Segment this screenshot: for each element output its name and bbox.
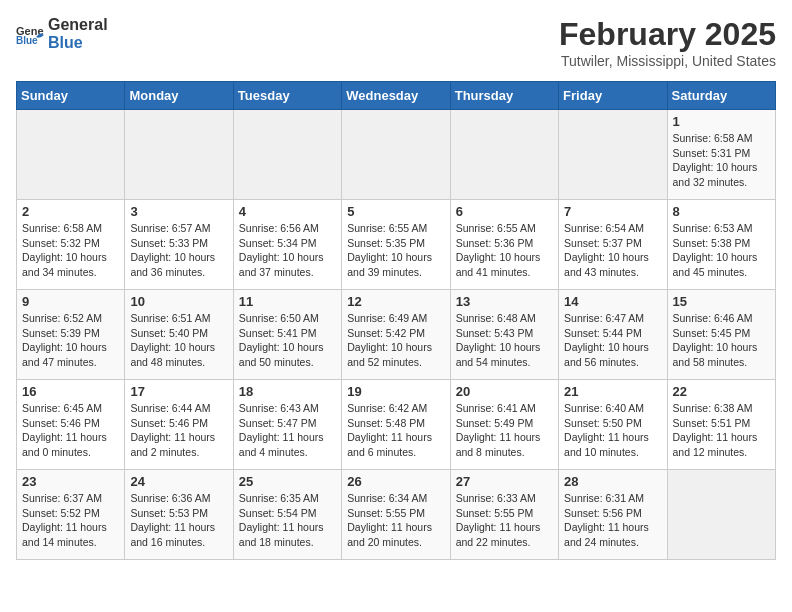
day-number: 13 <box>456 294 553 309</box>
day-info: Sunrise: 6:40 AM Sunset: 5:50 PM Dayligh… <box>564 401 661 460</box>
day-cell: 15Sunrise: 6:46 AM Sunset: 5:45 PM Dayli… <box>667 290 775 380</box>
day-number: 7 <box>564 204 661 219</box>
day-number: 19 <box>347 384 444 399</box>
day-number: 18 <box>239 384 336 399</box>
day-cell <box>667 470 775 560</box>
day-cell <box>17 110 125 200</box>
day-number: 9 <box>22 294 119 309</box>
day-info: Sunrise: 6:44 AM Sunset: 5:46 PM Dayligh… <box>130 401 227 460</box>
day-cell: 8Sunrise: 6:53 AM Sunset: 5:38 PM Daylig… <box>667 200 775 290</box>
day-info: Sunrise: 6:45 AM Sunset: 5:46 PM Dayligh… <box>22 401 119 460</box>
day-cell <box>125 110 233 200</box>
calendar-table: SundayMondayTuesdayWednesdayThursdayFrid… <box>16 81 776 560</box>
day-cell: 5Sunrise: 6:55 AM Sunset: 5:35 PM Daylig… <box>342 200 450 290</box>
weekday-header-monday: Monday <box>125 82 233 110</box>
day-number: 21 <box>564 384 661 399</box>
day-cell: 23Sunrise: 6:37 AM Sunset: 5:52 PM Dayli… <box>17 470 125 560</box>
week-row-3: 9Sunrise: 6:52 AM Sunset: 5:39 PM Daylig… <box>17 290 776 380</box>
day-cell <box>342 110 450 200</box>
day-info: Sunrise: 6:46 AM Sunset: 5:45 PM Dayligh… <box>673 311 770 370</box>
location-title: Tutwiler, Mississippi, United States <box>559 53 776 69</box>
day-info: Sunrise: 6:53 AM Sunset: 5:38 PM Dayligh… <box>673 221 770 280</box>
weekday-header-row: SundayMondayTuesdayWednesdayThursdayFrid… <box>17 82 776 110</box>
day-info: Sunrise: 6:55 AM Sunset: 5:36 PM Dayligh… <box>456 221 553 280</box>
day-number: 3 <box>130 204 227 219</box>
logo-general: General <box>48 16 108 34</box>
day-cell: 10Sunrise: 6:51 AM Sunset: 5:40 PM Dayli… <box>125 290 233 380</box>
day-number: 8 <box>673 204 770 219</box>
day-cell <box>450 110 558 200</box>
day-info: Sunrise: 6:43 AM Sunset: 5:47 PM Dayligh… <box>239 401 336 460</box>
day-cell <box>559 110 667 200</box>
day-number: 14 <box>564 294 661 309</box>
day-number: 11 <box>239 294 336 309</box>
day-info: Sunrise: 6:38 AM Sunset: 5:51 PM Dayligh… <box>673 401 770 460</box>
page-header: General Blue General Blue February 2025 … <box>16 16 776 69</box>
day-info: Sunrise: 6:48 AM Sunset: 5:43 PM Dayligh… <box>456 311 553 370</box>
day-number: 12 <box>347 294 444 309</box>
day-number: 28 <box>564 474 661 489</box>
day-cell: 3Sunrise: 6:57 AM Sunset: 5:33 PM Daylig… <box>125 200 233 290</box>
logo-blue: Blue <box>48 34 108 52</box>
day-info: Sunrise: 6:33 AM Sunset: 5:55 PM Dayligh… <box>456 491 553 550</box>
title-area: February 2025 Tutwiler, Mississippi, Uni… <box>559 16 776 69</box>
day-cell: 25Sunrise: 6:35 AM Sunset: 5:54 PM Dayli… <box>233 470 341 560</box>
day-number: 1 <box>673 114 770 129</box>
day-cell: 22Sunrise: 6:38 AM Sunset: 5:51 PM Dayli… <box>667 380 775 470</box>
day-info: Sunrise: 6:37 AM Sunset: 5:52 PM Dayligh… <box>22 491 119 550</box>
week-row-5: 23Sunrise: 6:37 AM Sunset: 5:52 PM Dayli… <box>17 470 776 560</box>
day-number: 15 <box>673 294 770 309</box>
day-cell: 6Sunrise: 6:55 AM Sunset: 5:36 PM Daylig… <box>450 200 558 290</box>
day-cell: 4Sunrise: 6:56 AM Sunset: 5:34 PM Daylig… <box>233 200 341 290</box>
day-cell: 7Sunrise: 6:54 AM Sunset: 5:37 PM Daylig… <box>559 200 667 290</box>
day-info: Sunrise: 6:51 AM Sunset: 5:40 PM Dayligh… <box>130 311 227 370</box>
day-cell: 11Sunrise: 6:50 AM Sunset: 5:41 PM Dayli… <box>233 290 341 380</box>
day-info: Sunrise: 6:50 AM Sunset: 5:41 PM Dayligh… <box>239 311 336 370</box>
day-number: 10 <box>130 294 227 309</box>
day-number: 22 <box>673 384 770 399</box>
day-number: 26 <box>347 474 444 489</box>
day-info: Sunrise: 6:34 AM Sunset: 5:55 PM Dayligh… <box>347 491 444 550</box>
svg-text:Blue: Blue <box>16 35 38 45</box>
week-row-1: 1Sunrise: 6:58 AM Sunset: 5:31 PM Daylig… <box>17 110 776 200</box>
logo: General Blue General Blue <box>16 16 108 52</box>
day-number: 27 <box>456 474 553 489</box>
day-cell: 2Sunrise: 6:58 AM Sunset: 5:32 PM Daylig… <box>17 200 125 290</box>
weekday-header-sunday: Sunday <box>17 82 125 110</box>
day-info: Sunrise: 6:56 AM Sunset: 5:34 PM Dayligh… <box>239 221 336 280</box>
day-cell: 20Sunrise: 6:41 AM Sunset: 5:49 PM Dayli… <box>450 380 558 470</box>
day-info: Sunrise: 6:47 AM Sunset: 5:44 PM Dayligh… <box>564 311 661 370</box>
day-cell: 13Sunrise: 6:48 AM Sunset: 5:43 PM Dayli… <box>450 290 558 380</box>
day-cell: 1Sunrise: 6:58 AM Sunset: 5:31 PM Daylig… <box>667 110 775 200</box>
weekday-header-thursday: Thursday <box>450 82 558 110</box>
day-number: 17 <box>130 384 227 399</box>
day-number: 20 <box>456 384 553 399</box>
day-cell: 27Sunrise: 6:33 AM Sunset: 5:55 PM Dayli… <box>450 470 558 560</box>
day-number: 5 <box>347 204 444 219</box>
month-title: February 2025 <box>559 16 776 53</box>
day-cell: 16Sunrise: 6:45 AM Sunset: 5:46 PM Dayli… <box>17 380 125 470</box>
week-row-2: 2Sunrise: 6:58 AM Sunset: 5:32 PM Daylig… <box>17 200 776 290</box>
day-cell: 9Sunrise: 6:52 AM Sunset: 5:39 PM Daylig… <box>17 290 125 380</box>
weekday-header-saturday: Saturday <box>667 82 775 110</box>
week-row-4: 16Sunrise: 6:45 AM Sunset: 5:46 PM Dayli… <box>17 380 776 470</box>
day-number: 2 <box>22 204 119 219</box>
weekday-header-friday: Friday <box>559 82 667 110</box>
day-cell: 26Sunrise: 6:34 AM Sunset: 5:55 PM Dayli… <box>342 470 450 560</box>
day-cell: 24Sunrise: 6:36 AM Sunset: 5:53 PM Dayli… <box>125 470 233 560</box>
day-cell: 12Sunrise: 6:49 AM Sunset: 5:42 PM Dayli… <box>342 290 450 380</box>
day-info: Sunrise: 6:49 AM Sunset: 5:42 PM Dayligh… <box>347 311 444 370</box>
day-cell <box>233 110 341 200</box>
day-info: Sunrise: 6:31 AM Sunset: 5:56 PM Dayligh… <box>564 491 661 550</box>
day-info: Sunrise: 6:36 AM Sunset: 5:53 PM Dayligh… <box>130 491 227 550</box>
day-info: Sunrise: 6:58 AM Sunset: 5:32 PM Dayligh… <box>22 221 119 280</box>
day-cell: 14Sunrise: 6:47 AM Sunset: 5:44 PM Dayli… <box>559 290 667 380</box>
day-number: 24 <box>130 474 227 489</box>
day-info: Sunrise: 6:52 AM Sunset: 5:39 PM Dayligh… <box>22 311 119 370</box>
day-info: Sunrise: 6:35 AM Sunset: 5:54 PM Dayligh… <box>239 491 336 550</box>
day-number: 23 <box>22 474 119 489</box>
day-number: 6 <box>456 204 553 219</box>
day-info: Sunrise: 6:54 AM Sunset: 5:37 PM Dayligh… <box>564 221 661 280</box>
logo-icon: General Blue <box>16 23 44 45</box>
day-cell: 28Sunrise: 6:31 AM Sunset: 5:56 PM Dayli… <box>559 470 667 560</box>
